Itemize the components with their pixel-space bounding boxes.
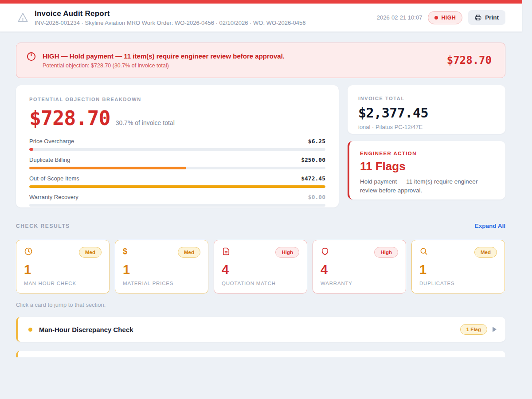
bar-label: Warranty Recovery — [29, 194, 78, 200]
severity-badge: Med — [474, 247, 497, 258]
bar-track — [29, 204, 325, 207]
check-card-duplicates[interactable]: Med 1 DUPLICATES — [411, 240, 505, 293]
bar-fill — [29, 185, 325, 188]
bar-label: Price Overcharge — [29, 138, 74, 145]
main-content: HIGH — Hold payment — 11 item(s) require… — [0, 32, 532, 357]
bar-label: Duplicate Billing — [29, 156, 70, 163]
invoice-total-label: INVOICE TOTAL — [358, 96, 495, 101]
clock-icon — [24, 247, 33, 256]
print-button-label: Print — [485, 14, 499, 21]
bar-row-price-overcharge: Price Overcharge $6.25 — [29, 138, 325, 151]
bar-track — [29, 167, 325, 169]
app-logo-triangle-icon — [17, 12, 29, 23]
flag-count-badge: 1 Flag — [460, 324, 487, 335]
check-cards-row: Med 1 MAN-HOUR CHECK $ Med 1 MATERIAL PR… — [16, 240, 505, 293]
bar-value: $250.00 — [301, 156, 325, 163]
section-title: Man-Hour Discrepancy Check — [39, 326, 460, 333]
alert-circle-icon — [26, 51, 36, 62]
print-button[interactable]: Print — [468, 10, 505, 25]
flag-dot-icon — [28, 328, 32, 332]
bar-track — [29, 185, 325, 188]
severity-badge: High — [374, 247, 398, 258]
check-card-quotation-match[interactable]: High 4 QUOTATION MATCH — [214, 240, 307, 293]
potential-objection-breakdown-card: POTENTIAL OBJECTION BREAKDOWN $728.70 30… — [16, 85, 339, 207]
bar-row-duplicate-billing: Duplicate Billing $250.00 — [29, 156, 325, 169]
objection-amount: $728.70 — [29, 106, 110, 130]
printer-icon — [475, 14, 481, 21]
check-card-label: MATERIAL PRICES — [123, 281, 200, 286]
cards-hint-text: Click a card to jump to that section. — [16, 301, 505, 308]
bar-label: Out-of-Scope Items — [29, 175, 79, 182]
flag-count: 1 — [123, 262, 200, 277]
bar-row-out-of-scope: Out-of-Scope Items $472.45 — [29, 175, 325, 188]
severity-badge: HIGH — [428, 11, 462, 24]
severity-badge: High — [275, 247, 299, 258]
check-card-label: QUOTATION MATCH — [222, 281, 299, 286]
check-card-label: MAN-HOUR CHECK — [24, 281, 102, 286]
severity-badge: Med — [79, 247, 102, 258]
check-results-label: CHECK RESULTS — [16, 223, 70, 229]
dollar-icon: $ — [123, 247, 132, 256]
engineer-action-flags: 11 Flags — [360, 160, 495, 173]
flag-count: 1 — [419, 262, 497, 277]
engineer-action-description: Hold payment — 11 item(s) require engine… — [360, 177, 495, 196]
alert-title: HIGH — Hold payment — 11 item(s) require… — [43, 52, 447, 60]
engineer-action-card: ENGINEER ACTION 11 Flags Hold payment — … — [348, 141, 505, 200]
bar-value: $0.00 — [308, 194, 325, 200]
bar-row-warranty-recovery: Warranty Recovery $0.00 — [29, 194, 325, 207]
expand-arrow-icon[interactable] — [493, 327, 497, 332]
check-card-man-hour[interactable]: Med 1 MAN-HOUR CHECK — [16, 240, 110, 293]
severity-badge-label: HIGH — [441, 15, 456, 21]
invoice-total-amount: $2,377.45 — [358, 105, 495, 121]
search-icon — [419, 247, 428, 256]
check-card-label: DUPLICATES — [419, 281, 497, 286]
invoice-total-meta: ional · Pilatus PC-12/47E — [358, 124, 495, 130]
hold-payment-alert-banner: HIGH — Hold payment — 11 item(s) require… — [16, 43, 505, 78]
shield-icon — [321, 247, 329, 256]
section-man-hour-discrepancy[interactable]: Man-Hour Discrepancy Check 1 Flag — [16, 317, 505, 342]
severity-badge: Med — [178, 247, 200, 258]
bar-track — [29, 148, 325, 151]
bar-value: $6.25 — [308, 138, 325, 145]
flag-count: 1 — [24, 262, 102, 277]
flag-count: 4 — [321, 262, 398, 277]
objection-share: 30.7% of invoice total — [116, 119, 175, 126]
header: Invoice Audit Report INV-2026-001234 · S… — [0, 4, 522, 32]
bar-value: $472.45 — [301, 175, 325, 182]
check-card-material-prices[interactable]: $ Med 1 MATERIAL PRICES — [115, 240, 208, 293]
check-card-warranty[interactable]: High 4 WARRANTY — [313, 240, 406, 293]
invoice-total-card: INVOICE TOTAL $2,377.45 ional · Pilatus … — [348, 85, 505, 134]
check-card-label: WARRANTY — [321, 281, 398, 286]
page-title: Invoice Audit Report — [35, 9, 377, 18]
alert-subtitle: Potential objection: $728.70 (30.7% of i… — [43, 63, 447, 69]
invoice-meta-subtitle: INV-2026-001234 · Skyline Aviation MRO W… — [35, 20, 377, 26]
breakdown-card-label: POTENTIAL OBJECTION BREAKDOWN — [29, 97, 325, 102]
flag-count: 4 — [222, 262, 299, 277]
bar-fill — [29, 148, 33, 151]
expand-all-link[interactable]: Expand All — [475, 223, 505, 229]
bar-fill — [29, 167, 186, 169]
report-timestamp: 2026-02-21 10:07 — [377, 14, 422, 21]
severity-dot-icon — [434, 16, 438, 20]
engineer-action-label: ENGINEER ACTION — [360, 151, 495, 156]
section-material-price[interactable]: Material Price Check 1 Flag — [16, 351, 505, 357]
objection-bars: Price Overcharge $6.25 Duplicate Billing… — [29, 138, 325, 207]
document-icon — [222, 247, 231, 256]
top-accent-bar — [0, 0, 522, 4]
alert-amount: $728.70 — [447, 54, 492, 66]
